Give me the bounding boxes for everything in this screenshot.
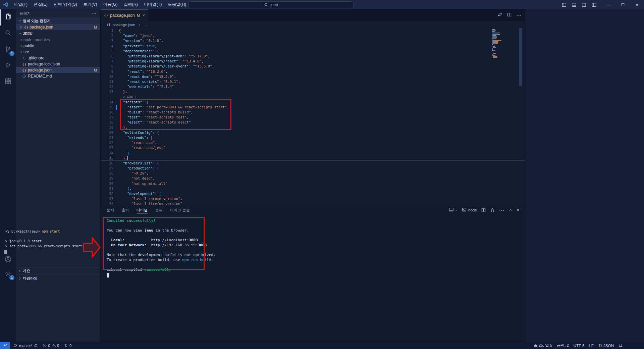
code-editor[interactable]: 1{2 "name": "jeeu",3 "version": "0.1.0",… <box>101 28 525 205</box>
maximize-panel-icon[interactable] <box>508 208 513 212</box>
activity-explorer[interactable] <box>0 9 16 26</box>
layout-customize-icon[interactable] <box>590 0 598 9</box>
menu-item[interactable]: 보기(V) <box>80 0 100 9</box>
code-line[interactable]: 9 "react": "^18.2.0", <box>101 69 525 74</box>
minimap[interactable] <box>492 28 506 58</box>
close-icon[interactable]: × <box>19 25 23 29</box>
encoding[interactable]: UTF-8 <box>571 342 587 349</box>
split-editor-icon[interactable] <box>507 12 512 18</box>
history-forward-icon[interactable]: → <box>180 0 188 9</box>
kill-terminal-icon[interactable] <box>490 208 495 213</box>
more-actions-icon[interactable]: ⋯ <box>499 207 504 213</box>
scrollbar-thumb[interactable] <box>519 28 522 86</box>
notifications-bell[interactable] <box>616 342 625 349</box>
activity-extensions[interactable] <box>0 74 16 90</box>
tree-item[interactable]: README.md <box>16 73 100 79</box>
tree-item[interactable]: public <box>16 43 100 49</box>
indentation[interactable]: 공백: 2 <box>554 342 571 349</box>
code-line[interactable]: 3 "version": "0.1.0", <box>101 38 525 43</box>
terminal-instance[interactable]: node <box>462 207 477 213</box>
layout-sidebar-left-icon[interactable] <box>559 0 568 9</box>
code-line[interactable]: 8 "@testing-library/user-event": "^13.5.… <box>101 64 525 69</box>
code-line[interactable]: 32 "development": [ <box>101 191 525 196</box>
code-line[interactable]: 27 "production": [ <box>101 166 525 171</box>
git-branch-indicator[interactable]: master* <box>11 342 40 349</box>
code-line[interactable]: 20 "eslintConfig": { <box>101 130 525 135</box>
code-line[interactable]: 23 "react-app/jest" <box>101 145 525 150</box>
panel-tab-debug-console[interactable]: 디버그 콘솔 <box>170 205 190 215</box>
open-editor-item[interactable]: × {} package.json M <box>16 24 100 30</box>
split-terminal-icon[interactable] <box>481 208 486 213</box>
breadcrumb-item[interactable]: package.json <box>112 23 135 27</box>
command-center-search[interactable]: jeeu <box>189 1 354 8</box>
code-line[interactable]: 4 "private": true, <box>101 44 525 49</box>
code-line[interactable]: 19 }, <box>101 125 525 130</box>
code-line[interactable]: 5 "dependencies": { <box>101 49 525 54</box>
code-line[interactable]: 18 "eject": "react-scripts eject" <box>101 120 525 125</box>
code-line[interactable]: 25 }, <box>101 156 525 161</box>
code-line[interactable]: 14 "scripts": { <box>101 100 525 105</box>
code-line[interactable]: 21 "extends": [ <box>101 135 525 140</box>
menu-item[interactable]: 선택 영역(S) <box>51 0 80 9</box>
code-line[interactable]: 11 "react-scripts": "5.0.1", <box>101 79 525 84</box>
minimize-button[interactable]: — <box>602 0 616 9</box>
workspace-header[interactable]: JEEU <box>16 30 100 37</box>
problems-indicator[interactable]: 0 0 <box>40 342 62 349</box>
tab-package-json[interactable]: {} package.json M × <box>101 9 149 21</box>
menu-item[interactable]: 터미널(T) <box>141 0 165 9</box>
code-line[interactable]: 1{ <box>101 28 525 33</box>
cursor-position[interactable]: 줄 25, 열 5 <box>531 342 554 349</box>
code-line[interactable]: 13 }, <box>101 89 525 94</box>
code-line[interactable]: 31 ], <box>101 186 525 191</box>
code-line[interactable]: 34 "last 1 firefox version" <box>101 201 525 205</box>
open-editors-header[interactable]: 열려 있는 편집기 <box>16 17 100 24</box>
code-line[interactable]: 28 ">0.2%", <box>101 171 525 176</box>
code-line[interactable]: 10 "react-dom": "^18.2.0", <box>101 74 525 79</box>
panel-tab-ports[interactable]: 포트 <box>155 205 162 215</box>
activity-run-and-debug[interactable] <box>0 58 16 74</box>
panel-layout-menu[interactable] <box>449 207 458 213</box>
terminal-output[interactable]: Compiled successfully! You can now view … <box>107 218 216 278</box>
menu-item[interactable]: 실행(R) <box>121 0 141 9</box>
activity-manage[interactable]: 1 <box>0 267 16 282</box>
history-back-icon[interactable]: ← <box>172 0 179 9</box>
code-line[interactable]: 17 "test": "react-scripts test", <box>101 115 525 120</box>
code-line[interactable]: 24 ] <box>101 151 525 156</box>
more-actions-icon[interactable]: ⋯ <box>516 12 522 18</box>
menu-item[interactable]: 파일(F) <box>11 0 31 9</box>
code-line[interactable]: 22 "react-app", <box>101 140 525 145</box>
activity-search[interactable] <box>0 26 16 42</box>
code-line[interactable]: 2 "name": "jeeu", <box>101 33 525 38</box>
tree-item[interactable]: .gitignore <box>16 55 100 61</box>
layout-sidebar-right-icon[interactable] <box>580 0 588 9</box>
codelens[interactable]: ▷디버그 <box>101 94 525 99</box>
tree-item[interactable]: {}package-lock.json <box>16 61 100 67</box>
code-line[interactable]: 26 "browserslist": { <box>101 161 525 166</box>
sidebar-section[interactable]: 개요 <box>16 267 100 275</box>
tree-item[interactable]: src <box>16 49 100 55</box>
tree-item[interactable]: node_modules <box>16 37 100 43</box>
close-button[interactable]: × <box>630 0 644 9</box>
eol[interactable]: LF <box>587 342 596 349</box>
code-line[interactable]: 16 "build": "react-scripts build", <box>101 110 525 115</box>
panel-tab-problems[interactable]: 문제 <box>107 205 114 215</box>
language-mode[interactable]: {} JSON <box>596 342 616 349</box>
panel-tab-terminal[interactable]: 터미널 <box>137 205 148 215</box>
close-panel-icon[interactable]: × <box>517 207 520 213</box>
more-actions-icon[interactable]: ⋯ <box>92 12 96 15</box>
code-line[interactable]: 6 "@testing-library/jest-dom": "^5.17.0"… <box>101 54 525 59</box>
code-line[interactable]: 15 "start": "set port=3003 && react-scri… <box>101 105 525 110</box>
breadcrumb[interactable]: {} package.json … <box>101 21 525 28</box>
menu-item[interactable]: 이동(G) <box>100 0 120 9</box>
panel-tab-output[interactable]: 출력 <box>121 205 129 215</box>
code-line[interactable]: 33 "last 1 chrome version", <box>101 196 525 201</box>
remote-indicator[interactable] <box>0 342 10 349</box>
open-changes-icon[interactable] <box>497 12 502 18</box>
code-line[interactable]: 29 "not dead", <box>101 176 525 181</box>
close-icon[interactable]: × <box>143 13 145 18</box>
tree-item[interactable]: {}package.jsonM <box>16 67 100 73</box>
code-line[interactable]: 7 "@testing-library/react": "^13.4.0", <box>101 59 525 64</box>
sidebar-section[interactable]: 타임라인 <box>16 275 100 282</box>
code-line[interactable]: 12 "web-vitals": "^2.1.4" <box>101 84 525 89</box>
maximize-button[interactable] <box>616 0 630 9</box>
